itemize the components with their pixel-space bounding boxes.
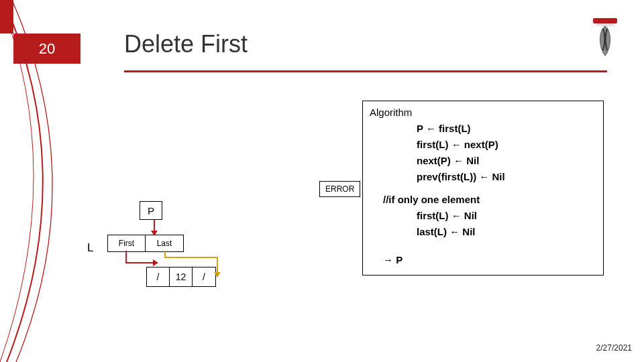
slide-date: 2/27/2021 <box>596 343 632 353</box>
slide-number: 20 <box>13 34 80 64</box>
p-arrow <box>149 220 160 236</box>
first-cell: First <box>108 235 146 251</box>
algo-line-3: next(P) ← Nil <box>370 153 596 169</box>
algo-comment-line-2: last(L) ← Nil <box>370 224 596 240</box>
last-arrow <box>161 251 221 278</box>
svg-marker-3 <box>151 231 158 236</box>
algo-line-4: prev(first(L)) ← Nil <box>370 169 596 185</box>
algo-line-1: P ← first(L) <box>370 121 596 137</box>
svg-rect-1 <box>596 23 614 26</box>
p-pointer-box: P <box>140 201 162 220</box>
algo-comment-line-1: first(L) ← Nil <box>370 208 596 224</box>
first-arrow <box>122 251 158 269</box>
svg-marker-4 <box>153 259 158 266</box>
algorithm-box: Algorithm P ← first(L) first(L) ← next(P… <box>362 101 604 276</box>
slide-title: Delete First <box>124 30 248 58</box>
l-label: L <box>87 241 93 255</box>
last-cell: Last <box>146 235 183 251</box>
red-accent-bar <box>0 0 13 34</box>
list-header-box: First Last <box>107 235 184 252</box>
algorithm-heading: Algorithm <box>370 107 596 118</box>
algo-line-2: first(L) ← next(P) <box>370 137 596 153</box>
svg-rect-0 <box>593 18 617 23</box>
algo-return: → P <box>370 252 596 268</box>
institution-logo <box>586 17 624 58</box>
title-underline <box>124 70 607 72</box>
svg-marker-5 <box>214 272 221 278</box>
error-label: ERROR <box>319 181 360 197</box>
algo-comment: //if only one element <box>370 192 596 208</box>
